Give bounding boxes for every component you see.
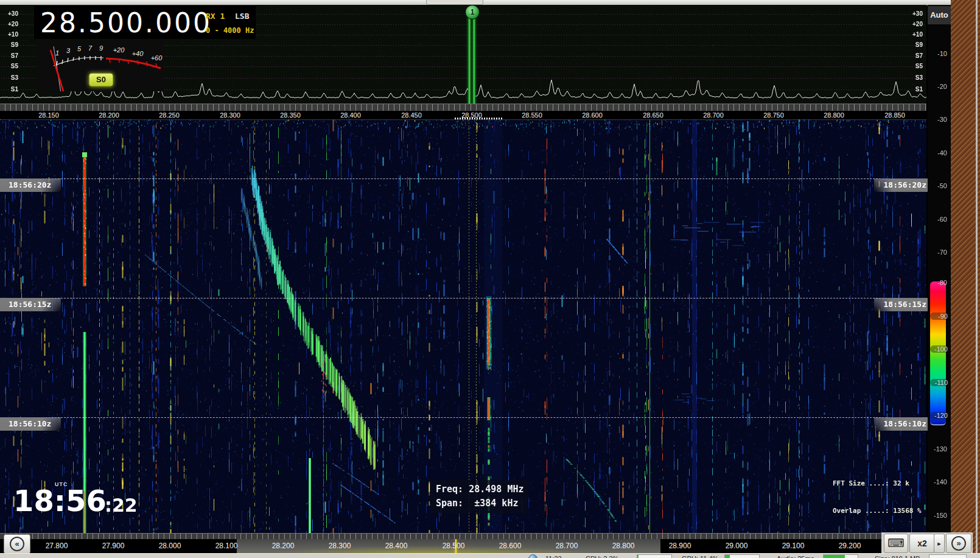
gain-db-tick: -70 (928, 249, 947, 256)
audio-meter (823, 554, 858, 558)
gain-db-tick: -100 (930, 345, 950, 353)
zoom-menu-arrow-button[interactable]: ▸ (934, 534, 945, 553)
band-freq-scale[interactable]: 27.800 27.900 28.000 28.100 28.200 28.30… (0, 539, 926, 554)
cursor-readout: Freq: 28.498 MHz Span: ±384 kHz (430, 480, 528, 513)
vfo-mode[interactable]: LSB (235, 12, 249, 21)
scroll-band-left-button[interactable]: « (4, 534, 30, 554)
smeter-label: 1 (55, 49, 59, 57)
band-tick: 28.300 (318, 542, 361, 550)
desktop-edge (976, 0, 978, 553)
waterfall-gain-panel: Auto -10 -20 -30 -40 -50 -60 -70 -80 -90… (928, 5, 951, 532)
auto-gain-button[interactable]: Auto (928, 6, 951, 24)
spectrum-db-left: S5 (1, 63, 18, 69)
vfo-rx-label: RX 1 (206, 12, 225, 21)
spectrum-db-left: S3 (1, 75, 18, 81)
band-tick: 29.000 (715, 542, 758, 550)
time-label-left: 18:56:10z (0, 417, 61, 431)
band-tick: 28.500 (432, 542, 475, 550)
band-tick: 27.800 (35, 542, 78, 550)
vfo-frequency[interactable]: 28.500.000 (40, 7, 212, 38)
band-tick: 28.800 (602, 542, 645, 550)
spectrum-db-right: S9 (906, 42, 923, 48)
spectrum-db-left: +10 (1, 32, 18, 38)
spectrum-panel[interactable]: +30 +20 +10 S9 S7 S5 S3 S1 +30 +20 +10 S… (0, 5, 926, 119)
s-meter: 1 3 5 7 9 +20 +40 +60 S0 (37, 41, 164, 91)
gain-db-tick: -30 (928, 116, 947, 123)
band-tick: 28.000 (149, 542, 191, 550)
freq-tick: 28.250 (151, 111, 187, 119)
smeter-label: 5 (77, 45, 82, 52)
gain-db-tick: -130 (928, 445, 947, 453)
freq-tick: 28.700 (695, 111, 732, 119)
tuning-marker-badge[interactable]: 1 (465, 5, 480, 19)
clock-seconds: :22 (105, 495, 138, 516)
waterfall-panel[interactable]: 18:56:20z 18:56:15z 18:56:10z 18:56:20z … (0, 119, 926, 533)
time-label-right: 18:56:10z (874, 417, 930, 431)
time-gridline (0, 298, 926, 298)
spectrum-db-right: +20 (906, 21, 923, 27)
freq-tick: 28.800 (816, 111, 852, 119)
double-right-arrow-icon: » (951, 536, 966, 551)
scroll-band-right-button[interactable]: » (946, 534, 971, 553)
freq-tick: 28.550 (514, 111, 550, 119)
gain-db-tick: -140 (928, 478, 947, 486)
freq-tick: 28.400 (332, 111, 369, 119)
waterfall-canvas[interactable] (0, 119, 926, 533)
smeter-label: 7 (88, 44, 93, 52)
smeter-label: 9 (99, 44, 103, 52)
spectrum-db-left: +30 (1, 11, 18, 17)
band-tick: 28.600 (489, 542, 531, 550)
time-gridline (0, 417, 926, 418)
clock-hours-mins: 18:56 (13, 484, 107, 518)
gain-db-tick: -120 (930, 412, 950, 419)
cursor-freq: Freq: 28.498 MHz (436, 484, 528, 495)
band-tick: 28.100 (205, 542, 248, 550)
gain-db-tick: -80 (928, 279, 947, 286)
double-left-arrow-icon: « (10, 537, 24, 551)
sdr-console-window: +30 +20 +10 S9 S7 S5 S3 S1 +30 +20 +10 S… (0, 0, 980, 558)
status-clock: 11:23 (545, 555, 562, 558)
cpu-meter (637, 554, 672, 558)
keyboard-entry-button[interactable]: ⌨ (884, 534, 908, 553)
spectrum-db-right: S5 (906, 63, 923, 69)
status-audio-label: Audio: 25ms (777, 555, 814, 558)
tuning-marker-bar[interactable] (468, 9, 475, 111)
spectrum-db-right: +10 (906, 32, 923, 38)
freq-tick: 28.300 (212, 111, 248, 119)
freq-tick: 28.200 (91, 111, 127, 119)
spectrum-db-right: S7 (906, 53, 923, 59)
gain-db-tick: -40 (928, 149, 947, 157)
vfo-passband[interactable]: 0 - 4000 Hz (206, 26, 254, 35)
freq-tick: 28.350 (272, 111, 309, 119)
time-gridline (0, 178, 926, 179)
gain-db-tick: -110 (930, 379, 950, 386)
smeter-label-red-zone: +40 (132, 50, 144, 57)
cursor-span: Span: ±384 kHz (436, 498, 528, 509)
spectrum-db-right: +30 (906, 11, 923, 17)
band-tick: 27.900 (92, 542, 135, 550)
vfo-display[interactable]: 28.500.000 RX 1 LSB 0 - 4000 Hz (34, 6, 256, 39)
smeter-reading-badge: S0 (89, 73, 113, 87)
smeter-label: 3 (66, 47, 71, 54)
freq-tick: 28.850 (877, 111, 913, 119)
time-label-left: 18:56:20z (0, 178, 61, 192)
gpu-meter (724, 554, 760, 558)
waterfall-top-border (0, 119, 926, 120)
band-tick: 28.700 (545, 542, 588, 550)
splitter-handle[interactable] (426, 0, 483, 5)
status-size-label: Size: 819.1 MB (875, 555, 920, 558)
waterfall-color-gradient[interactable] (930, 281, 946, 425)
spectrum-db-right: S1 (906, 87, 923, 93)
zoom-x2-button[interactable]: x2 (909, 534, 935, 553)
bottom-right-controls: ⌨ x2 ▸ » (881, 532, 973, 554)
band-tick: 29.100 (772, 542, 814, 550)
spectrum-db-right: S3 (906, 75, 923, 81)
band-tick: 28.900 (659, 542, 701, 550)
gain-db-tick: -50 (928, 182, 947, 189)
band-navigator[interactable]: 27.800 27.900 28.000 28.100 28.200 28.30… (0, 533, 926, 554)
band-tick: 28.200 (262, 542, 304, 550)
time-label-right: 18:56:15z (874, 298, 930, 311)
status-cpu-label: CPU: 2.3% (586, 555, 618, 558)
freq-tick: 28.450 (393, 111, 430, 119)
size-meter (929, 554, 967, 558)
